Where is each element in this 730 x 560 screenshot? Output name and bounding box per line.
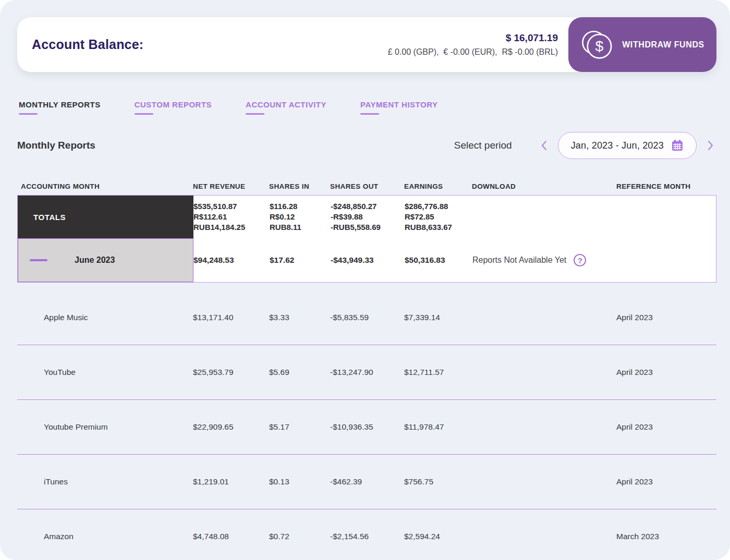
totals-sharesout-rub: -RUB5,558.69 [331, 222, 405, 233]
tab-custom-reports-label: CUSTOM REPORTS [135, 100, 212, 109]
balance-title: Account Balance: [32, 37, 143, 52]
tab-payment-history-label: PAYMENT HISTORY [360, 100, 437, 109]
download-status-text: Reports Not Available Yet [472, 255, 566, 265]
current-shares-out: -$43,949.33 [331, 255, 405, 265]
shares-in-value: $5.69 [269, 368, 330, 377]
earnings-value: $12,711.57 [404, 368, 472, 377]
net-revenue-value: $13,171.40 [193, 313, 269, 322]
withdraw-funds-button[interactable]: $ WITHDRAW FUNDS [568, 17, 716, 72]
chevron-right-icon [706, 139, 714, 152]
tab-monthly-reports-label: MONTHLY REPORTS [19, 100, 101, 109]
service-name: Apple Music [17, 313, 193, 322]
totals-sharesin-brl: R$0.12 [270, 212, 331, 222]
reference-month-value: April 2023 [616, 422, 716, 432]
totals-net-usd: $535,510.87 [193, 201, 270, 212]
shares-out-value: -$5,835.59 [330, 313, 404, 322]
next-period-button[interactable] [704, 137, 716, 154]
shares-out-value: -$462.39 [330, 477, 404, 486]
earnings-value: $11,978.47 [404, 422, 472, 432]
totals-sharesout-usd: -$248,850.27 [331, 201, 405, 212]
previous-period-button[interactable] [538, 137, 551, 154]
earnings-value: $7,339.14 [404, 313, 472, 322]
help-question-icon[interactable]: ? [574, 254, 586, 266]
tab-account-activity[interactable]: ACCOUNT ACTIVITY [246, 100, 326, 115]
shares-out-value: -$2,154.56 [330, 532, 404, 541]
tab-underline [135, 113, 153, 115]
shares-in-value: $0.13 [269, 477, 330, 486]
reference-month-value: April 2023 [616, 477, 716, 486]
calendar-icon [671, 139, 684, 152]
col-earnings: EARNINGS [404, 182, 472, 190]
totals-earnings-brl: R$72.85 [405, 212, 472, 222]
col-net-revenue: NET REVENUE [193, 182, 269, 190]
totals-sharesin-rub: RUB8.11 [270, 222, 331, 233]
balance-other-currencies: £ 0.00 (GBP), € -0.00 (EUR), R$ -0.00 (B… [388, 46, 558, 59]
account-balance-card: Account Balance: $ 16,071.19 £ 0.00 (GBP… [17, 17, 716, 72]
tab-account-activity-label: ACCOUNT ACTIVITY [246, 100, 326, 109]
table-row-itunes[interactable]: iTunes $1,219.01 $0.13 -$462.39 $756.75 … [17, 455, 716, 509]
net-revenue-value: $1,219.01 [193, 477, 269, 486]
col-accounting-month: ACCOUNTING MONTH [17, 182, 193, 190]
current-month-row[interactable]: June 2023 $94,248.53 $17.62 -$43,949.33 … [18, 238, 716, 282]
tab-underline [19, 113, 38, 115]
tab-monthly-reports[interactable]: MONTHLY REPORTS [19, 100, 101, 115]
balance-amounts: $ 16,071.19 £ 0.00 (GBP), € -0.00 (EUR),… [388, 30, 568, 58]
tab-custom-reports[interactable]: CUSTOM REPORTS [135, 100, 212, 115]
totals-earnings-rub: RUB8,633.67 [405, 222, 472, 233]
balance-usd-amount: $ 16,071.19 [388, 30, 558, 45]
totals-net-revenue: $535,510.87 R$112.61 RUB14,184.25 [193, 201, 270, 233]
table-header-row: ACCOUNTING MONTH NET REVENUE SHARES IN S… [17, 177, 716, 195]
totals-net-brl: R$112.61 [193, 212, 270, 222]
period-selector: Select period Jan, 2023 - Jun, 2023 [454, 132, 716, 159]
service-name: YouTube [17, 368, 193, 377]
period-range-value: Jan, 2023 - Jun, 2023 [571, 140, 664, 151]
totals-label-cell: TOTALS [18, 196, 193, 238]
current-month-cell[interactable]: June 2023 [18, 238, 193, 282]
earnings-value: $2,594.24 [404, 532, 472, 541]
app-window: Account Balance: $ 16,071.19 £ 0.00 (GBP… [0, 0, 730, 560]
col-shares-out: SHARES OUT [330, 182, 404, 190]
chevron-left-icon [540, 139, 549, 152]
shares-in-value: $3.33 [269, 313, 330, 322]
service-rows: Apple Music $13,171.40 $3.33 -$5,835.59 … [17, 290, 716, 560]
period-range-picker[interactable]: Jan, 2023 - Jun, 2023 [558, 132, 697, 159]
totals-shares-out: -$248,850.27 -R$39.88 -RUB5,558.69 [331, 201, 405, 233]
select-period-label: Select period [454, 140, 512, 151]
totals-sharesin-usd: $116.28 [270, 201, 331, 212]
shares-in-value: $5.17 [269, 422, 330, 432]
table-row-amazon[interactable]: Amazon $4,748.08 $0.72 -$2,154.56 $2,594… [17, 509, 716, 560]
reports-header: Monthly Reports Select period Jan, 2023 … [17, 132, 716, 159]
service-name: iTunes [17, 477, 193, 486]
reference-month-value: April 2023 [616, 313, 716, 322]
totals-label: TOTALS [33, 213, 66, 222]
current-net-revenue: $94,248.53 [193, 255, 270, 265]
totals-earnings: $286,776.88 R$72.85 RUB8,633.67 [405, 201, 472, 233]
report-tabs: MONTHLY REPORTS CUSTOM REPORTS ACCOUNT A… [19, 100, 437, 115]
service-name: Amazon [17, 532, 193, 541]
col-download: DOWNLOAD [472, 182, 616, 190]
totals-sharesout-brl: -R$39.88 [331, 212, 405, 222]
reference-month-value: April 2023 [616, 368, 716, 377]
totals-group: TOTALS $535,510.87 R$112.61 RUB14,184.25… [17, 195, 716, 283]
current-earnings: $50,316.83 [405, 255, 472, 265]
table-row-youtube-premium[interactable]: Youtube Premium $22,909.65 $5.17 -$10,93… [17, 400, 716, 455]
coin-dollar-icon: $ [580, 30, 614, 60]
col-shares-in: SHARES IN [269, 182, 330, 190]
table-row-apple-music[interactable]: Apple Music $13,171.40 $3.33 -$5,835.59 … [17, 290, 716, 345]
download-status-cell: Reports Not Available Yet ? [472, 254, 617, 266]
totals-shares-in: $116.28 R$0.12 RUB8.11 [270, 201, 331, 233]
withdraw-funds-label: WITHDRAW FUNDS [622, 40, 704, 50]
tab-underline [360, 113, 379, 115]
shares-out-value: -$13,247.90 [330, 368, 404, 377]
monthly-reports-table: ACCOUNTING MONTH NET REVENUE SHARES IN S… [17, 177, 716, 560]
table-row-youtube[interactable]: YouTube $25,953.79 $5.69 -$13,247.90 $12… [17, 345, 716, 400]
net-revenue-value: $22,909.65 [193, 422, 269, 432]
tab-underline [246, 113, 264, 115]
shares-in-value: $0.72 [269, 532, 330, 541]
tab-payment-history[interactable]: PAYMENT HISTORY [360, 100, 437, 115]
current-shares-in: $17.62 [270, 255, 331, 265]
net-revenue-value: $4,748.08 [193, 532, 269, 541]
totals-row: TOTALS $535,510.87 R$112.61 RUB14,184.25… [18, 196, 716, 238]
current-month-label: June 2023 [75, 255, 115, 265]
svg-text:$: $ [595, 38, 604, 54]
